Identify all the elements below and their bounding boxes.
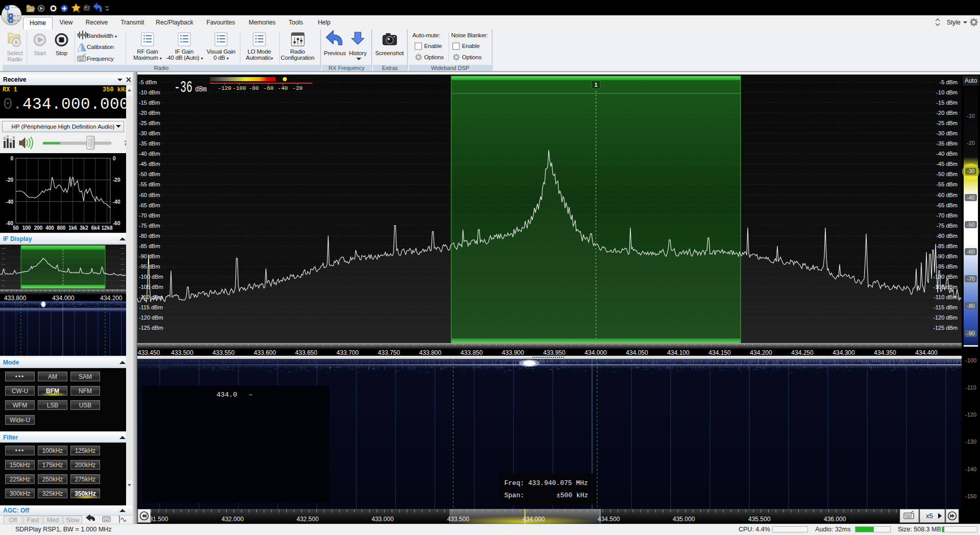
svg-text:-20: -20 <box>967 140 975 146</box>
svg-text:-45 dBm: -45 dBm <box>139 161 160 167</box>
svg-text:434.400: 434.400 <box>915 349 938 356</box>
svg-text:-75 dBm: -75 dBm <box>139 223 160 229</box>
svg-text:436.000: 436.000 <box>824 516 846 523</box>
svg-text:434.100: 434.100 <box>667 349 690 356</box>
svg-text:-40: -40 <box>278 85 288 91</box>
svg-text:-10 dBm: -10 dBm <box>139 89 160 95</box>
svg-text:-65 dBm: -65 dBm <box>139 202 160 208</box>
svg-text:433.450: 433.450 <box>138 349 160 356</box>
svg-text:-150: -150 <box>965 493 976 499</box>
svg-text:433.600: 433.600 <box>254 349 276 356</box>
svg-text:435.000: 435.000 <box>673 516 695 523</box>
svg-text:-100 dBm: -100 dBm <box>933 274 958 280</box>
svg-text:-60: -60 <box>967 249 974 255</box>
svg-text:±500 kHz: ±500 kHz <box>556 492 588 499</box>
svg-text:-90 dBm: -90 dBm <box>936 253 958 259</box>
svg-text:-120 dBm: -120 dBm <box>139 314 163 321</box>
svg-text:-75 dBm: -75 dBm <box>936 223 958 229</box>
svg-text:-115 dBm: -115 dBm <box>139 304 163 310</box>
svg-text:-20 dBm: -20 dBm <box>936 110 958 116</box>
svg-text:-120 dBm: -120 dBm <box>933 314 958 321</box>
svg-text:-20: -20 <box>292 85 303 91</box>
svg-text:433.950: 433.950 <box>543 349 566 356</box>
svg-text:-70 dBm: -70 dBm <box>139 212 160 218</box>
svg-text:-40 dBm: -40 dBm <box>936 151 958 157</box>
svg-text:dBm: dBm <box>195 85 207 94</box>
svg-text:-80: -80 <box>249 85 259 91</box>
svg-text:-100 dBm: -100 dBm <box>139 274 163 280</box>
svg-text:-10: -10 <box>967 113 975 119</box>
svg-text:-15 dBm: -15 dBm <box>936 100 958 106</box>
svg-text:-55 dBm: -55 dBm <box>139 181 160 187</box>
svg-text:-125 dBm: -125 dBm <box>139 325 163 331</box>
svg-text:-40 dBm: -40 dBm <box>139 151 160 157</box>
svg-text:Span:: Span: <box>504 492 524 499</box>
svg-text:1: 1 <box>594 82 597 88</box>
svg-text:-50 dBm: -50 dBm <box>936 171 958 177</box>
svg-text:-70 dBm: -70 dBm <box>936 212 958 218</box>
svg-text:433.850: 433.850 <box>460 349 483 356</box>
svg-text:433.700: 433.700 <box>336 349 359 356</box>
svg-text:434.0: 434.0 <box>216 391 237 399</box>
svg-text:-60: -60 <box>263 85 274 91</box>
svg-text:-10 dBm: -10 dBm <box>936 89 958 95</box>
svg-text:-125 dBm: -125 dBm <box>933 325 958 331</box>
svg-text:434.150: 434.150 <box>708 349 731 356</box>
svg-text:–: – <box>249 391 253 399</box>
svg-text:x5: x5 <box>926 512 933 520</box>
svg-text:-45 dBm: -45 dBm <box>936 161 958 167</box>
svg-text:-36: -36 <box>174 79 192 96</box>
svg-text:435.500: 435.500 <box>748 516 771 523</box>
svg-text:-140: -140 <box>965 466 976 472</box>
svg-text:-65 dBm: -65 dBm <box>936 202 958 208</box>
svg-text:-35 dBm: -35 dBm <box>139 140 160 147</box>
svg-text:-80 dBm: -80 dBm <box>936 233 958 239</box>
svg-text:-60 dBm: -60 dBm <box>139 192 160 198</box>
svg-text:-40: -40 <box>967 194 974 201</box>
svg-text:-50 dBm: -50 dBm <box>139 171 160 177</box>
svg-text:-110: -110 <box>965 384 976 391</box>
svg-text:-120: -120 <box>965 411 976 418</box>
svg-text:-95 dBm: -95 dBm <box>139 263 160 270</box>
svg-text:433.750: 433.750 <box>378 349 400 356</box>
svg-text:-80 dBm: -80 dBm <box>139 233 160 239</box>
svg-text:-115 dBm: -115 dBm <box>934 304 958 310</box>
svg-text:-90: -90 <box>967 330 974 336</box>
svg-text:-30 dBm: -30 dBm <box>936 130 958 136</box>
svg-text:-85 dBm: -85 dBm <box>936 243 958 249</box>
svg-text:432.500: 432.500 <box>297 516 319 523</box>
svg-text:-110 dBm: -110 dBm <box>139 294 163 300</box>
svg-text:434.200: 434.200 <box>750 349 772 356</box>
svg-text:-70: -70 <box>967 276 974 282</box>
svg-text:433.650: 433.650 <box>295 349 317 356</box>
svg-text:-85 dBm: -85 dBm <box>139 243 160 249</box>
svg-text:-80: -80 <box>967 303 974 309</box>
svg-text:Freq: 433.940.075 MHz: Freq: 433.940.075 MHz <box>504 479 588 487</box>
svg-text:-110 dBm: -110 dBm <box>934 294 958 300</box>
svg-text:433.800: 433.800 <box>419 349 442 356</box>
svg-text:-100: -100 <box>965 357 976 363</box>
svg-text:-20 dBm: -20 dBm <box>139 110 160 116</box>
svg-text:-55 dBm: -55 dBm <box>936 181 958 187</box>
svg-text:434.300: 434.300 <box>832 349 855 356</box>
svg-text:432.000: 432.000 <box>222 516 244 523</box>
svg-text:434.000: 434.000 <box>523 516 545 523</box>
svg-text:433.000: 433.000 <box>372 516 394 523</box>
svg-text:434.350: 434.350 <box>874 349 896 356</box>
svg-text:433.500: 433.500 <box>447 516 470 523</box>
svg-text:-30: -30 <box>967 168 974 174</box>
svg-text:-15 dBm: -15 dBm <box>139 100 160 106</box>
svg-text:-95 dBm: -95 dBm <box>936 263 958 270</box>
svg-text:-105 dBm: -105 dBm <box>139 284 163 290</box>
svg-text:-130: -130 <box>965 439 976 445</box>
svg-text:-25 dBm: -25 dBm <box>139 120 160 126</box>
svg-text:434.250: 434.250 <box>791 349 814 356</box>
svg-text:434.050: 434.050 <box>626 349 648 356</box>
svg-text:-100: -100 <box>233 85 246 91</box>
svg-text:-90 dBm: -90 dBm <box>139 253 160 259</box>
svg-text:433.550: 433.550 <box>212 349 235 356</box>
svg-text:-50: -50 <box>967 222 974 228</box>
svg-text:433.900: 433.900 <box>502 349 524 356</box>
svg-text:Auto: Auto <box>965 77 977 84</box>
svg-text:-35 dBm: -35 dBm <box>936 140 958 147</box>
